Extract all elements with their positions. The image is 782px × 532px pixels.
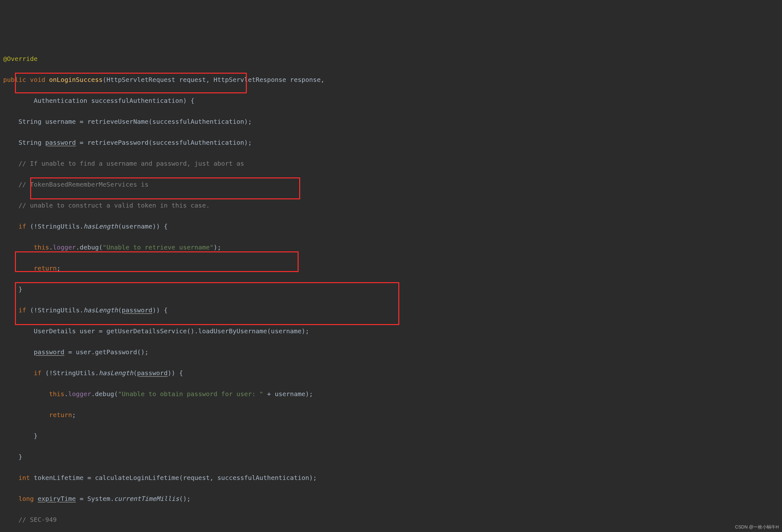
code-line-23: // SEC-949: [3, 515, 782, 525]
code-line-17: this.logger.debug("Unable to obtain pass…: [3, 389, 782, 399]
code-line-16: if (!StringUtils.hasLength(password)) {: [3, 368, 782, 378]
code-line-11: return;: [3, 263, 782, 274]
code-line-12: }: [3, 284, 782, 295]
code-line-3: Authentication successfulAuthentication)…: [3, 96, 782, 106]
code-line-6: // If unable to find a username and pass…: [3, 158, 782, 169]
watermark: CSDN @一枚小蜗牛H: [735, 524, 779, 531]
code-line-8: // unable to construct a valid token in …: [3, 200, 782, 211]
code-line-18: return;: [3, 410, 782, 420]
code-line-1: @Override: [3, 54, 782, 64]
code-line-2: public void onLoginSuccess(HttpServletRe…: [3, 75, 782, 85]
code-line-19: }: [3, 431, 782, 441]
code-line-20: }: [3, 452, 782, 462]
annotation: @Override: [3, 55, 37, 63]
code-line-9: if (!StringUtils.hasLength(username)) {: [3, 221, 782, 232]
code-line-22: long expiryTime = System.currentTimeMill…: [3, 494, 782, 504]
code-line-13: if (!StringUtils.hasLength(password)) {: [3, 305, 782, 315]
code-line-4: String username = retrieveUserName(succe…: [3, 116, 782, 127]
code-line-10: this.logger.debug("Unable to retrieve us…: [3, 242, 782, 253]
code-line-5: String password = retrievePassword(succe…: [3, 138, 782, 148]
code-line-7: // TokenBasedRememberMeServices is: [3, 179, 782, 190]
code-block[interactable]: @Override public void onLoginSuccess(Htt…: [0, 42, 782, 532]
code-line-21: int tokenLifetime = calculateLoginLifeti…: [3, 472, 782, 483]
code-line-14: UserDetails user = getUserDetailsService…: [3, 326, 782, 337]
code-line-15: password = user.getPassword();: [3, 347, 782, 357]
